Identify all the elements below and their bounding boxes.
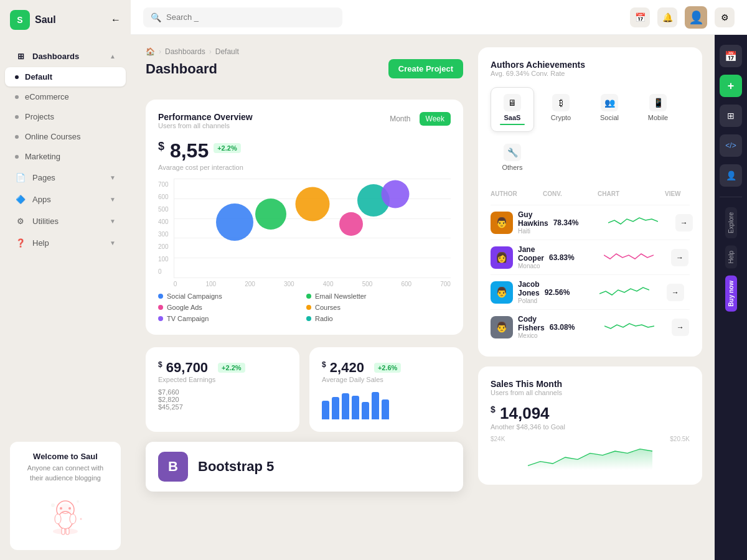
grid-line (174, 258, 451, 258)
code-panel-icon[interactable]: </> (720, 134, 742, 157)
chevron-down-icon: ▼ (110, 218, 116, 225)
sidebar-header: S Saul ← (0, 0, 131, 40)
tab-saas[interactable]: 🖥 SaaS (491, 87, 534, 132)
chevron-down-icon: ▼ (110, 240, 116, 246)
sidebar-footer: Welcome to Saul Anyone can connect with … (0, 432, 131, 560)
welcome-card: Welcome to Saul Anyone can connect with … (10, 442, 121, 550)
welcome-desc: Anyone can connect with their audience b… (20, 464, 111, 483)
category-tabs: 🖥 SaaS ₿ Crypto 👥 Social (491, 87, 690, 178)
week-button[interactable]: Week (420, 112, 451, 126)
chart-legend: Social Campaigns Email Newsletter Google… (158, 292, 451, 322)
create-project-button[interactable]: Create Project (388, 59, 463, 78)
sidebar-item-label: Online Courses (25, 132, 81, 141)
sales-subtitle: Users from all channels (491, 389, 690, 396)
legend-dot-social (158, 294, 163, 299)
sidebar-item-marketing[interactable]: Marketing (5, 147, 126, 166)
calendar-icon-btn[interactable]: 📅 (630, 7, 650, 27)
author-row-jacob: 👨 Jacob Jones Poland 92.56% → (491, 274, 690, 309)
sidebar-item-online-courses[interactable]: Online Courses (5, 127, 126, 146)
search-box[interactable]: 🔍 (143, 7, 342, 27)
y-label-600: 600 (158, 194, 169, 200)
legend-label-social: Social Campaigns (167, 292, 222, 300)
performance-subtitle: Users from all channels (158, 122, 253, 129)
legend-dot-tv (158, 316, 163, 321)
dot-icon (15, 95, 19, 99)
author-conv-jacob: 92.56% (545, 288, 594, 297)
header-chart: CHART (598, 190, 660, 197)
daily-sales-currency: $ (322, 360, 326, 369)
grid-line (174, 238, 451, 238)
avatar-guy: 👨 (491, 212, 513, 234)
sidebar-item-apps[interactable]: 🔷 Apps ▼ (5, 189, 126, 210)
sidebar-item-label: Utilities (32, 217, 59, 226)
y-label-100: 100 (158, 256, 169, 263)
topbar: 🔍 📅 🔔 👤 ⚙ (131, 0, 747, 35)
sales-value: $ 14,094 (491, 404, 690, 423)
bootstrap-logo: B (158, 452, 188, 482)
bubble-email (255, 198, 286, 230)
social-icon: 👥 (601, 94, 618, 111)
sidebar-item-label: Default (25, 72, 52, 82)
legend-dot-email (306, 294, 311, 299)
dot-icon (15, 115, 19, 119)
pages-icon: 📄 (15, 172, 26, 183)
sidebar-item-pages[interactable]: 📄 Pages ▼ (5, 167, 126, 188)
performance-title: Performance Overview (158, 112, 253, 122)
sales-y1: $24K (491, 436, 505, 442)
sidebar-item-dashboards[interactable]: ⊞ Dashboards ▲ (5, 45, 126, 67)
grid-line (174, 179, 451, 179)
breadcrumb-dashboards[interactable]: Dashboards (165, 47, 205, 56)
search-input[interactable] (166, 12, 335, 22)
sales-y-labels: $24K $20.5K (491, 436, 690, 442)
daily-sales-stat: $ 2,420 +2.6% (322, 360, 451, 376)
right-panel: 📅 + ⊞ </> 👤 Explore Help Buy now (715, 35, 747, 560)
x-label-500: 500 (362, 281, 373, 287)
svg-point-10 (51, 503, 55, 507)
help-label[interactable]: Help (725, 246, 737, 269)
tab-others[interactable]: 🔧 Others (491, 137, 534, 178)
time-toggle: Month Week (383, 112, 451, 126)
y-label-700: 700 (158, 181, 169, 188)
bar-7 (382, 399, 389, 419)
tab-mobile[interactable]: 📱 Mobile (636, 87, 680, 132)
notification-icon-btn[interactable]: 🔔 (657, 7, 677, 27)
sidebar-item-help[interactable]: ❓ Help ▼ (5, 232, 126, 253)
month-button[interactable]: Month (383, 112, 416, 126)
sidebar-item-ecommerce[interactable]: eCommerce (5, 87, 126, 106)
y-label-300: 300 (158, 231, 169, 238)
calendar-panel-icon[interactable]: 📅 (720, 45, 742, 67)
settings-icon-btn[interactable]: ⚙ (715, 7, 735, 27)
add-panel-icon[interactable]: + (720, 75, 742, 97)
tab-social[interactable]: 👥 Social (588, 87, 631, 132)
author-row-jane: 👩 Jane Cooper Monaco 63.83% → (491, 240, 690, 274)
utilities-icon: ⚙ (15, 215, 26, 226)
view-btn-jane[interactable]: → (671, 249, 688, 266)
legend-dot-google (158, 305, 163, 310)
crypto-icon: ₿ (552, 94, 570, 111)
sidebar-item-default[interactable]: Default (5, 67, 126, 86)
sidebar-item-projects[interactable]: Projects (5, 107, 126, 126)
home-icon: 🏠 (146, 47, 155, 56)
bottom-stats-row: $ 69,700 +2.2% Expected Earnings $7,660 … (146, 347, 463, 432)
author-name-cody: Cody Fishers (518, 315, 545, 332)
grid-panel-icon[interactable]: ⊞ (720, 105, 742, 127)
back-icon[interactable]: ← (111, 14, 121, 26)
user-avatar[interactable]: 👤 (685, 6, 707, 29)
view-btn-guy[interactable]: → (675, 214, 693, 231)
performance-header-left: Performance Overview Users from all chan… (158, 112, 253, 129)
mini-chart-jane (604, 250, 654, 265)
author-row-guy: 👨 Guy Hawkins Haiti 78.34% → (491, 205, 690, 240)
user-panel-icon[interactable]: 👤 (720, 164, 742, 187)
sidebar-item-utilities[interactable]: ⚙ Utilities ▼ (5, 210, 126, 231)
buy-now-button[interactable]: Buy now (725, 276, 737, 312)
chart-inner: 0 100 200 300 400 500 600 700 (174, 179, 451, 287)
tab-crypto[interactable]: ₿ Crypto (539, 87, 583, 132)
earnings-label: Expected Earnings (158, 376, 287, 383)
bubble-tv (382, 180, 410, 208)
view-btn-jacob[interactable]: → (667, 284, 684, 301)
view-btn-cody[interactable]: → (672, 319, 689, 336)
authors-table-header: AUTHOR CONV. CHART VIEW (491, 188, 690, 200)
main-area: 🔍 📅 🔔 👤 ⚙ 🏠 › Dashboards › (131, 0, 747, 560)
svg-point-12 (80, 518, 82, 520)
explore-label[interactable]: Explore (725, 207, 737, 238)
